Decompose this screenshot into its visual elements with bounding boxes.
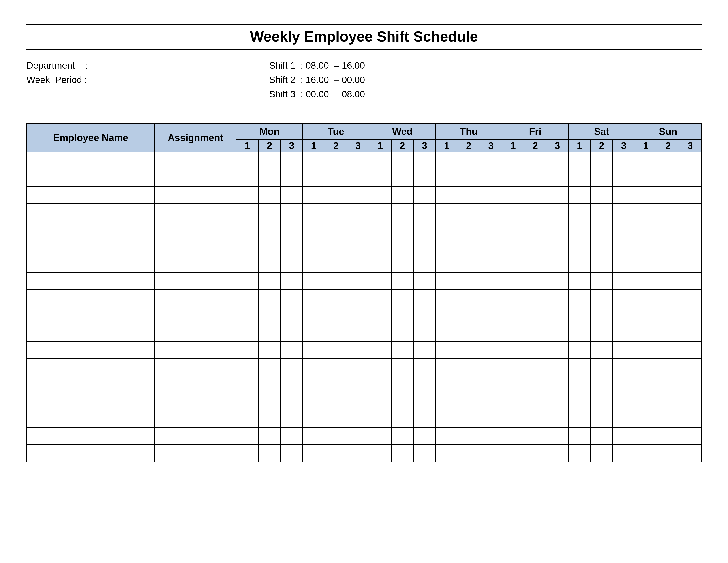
shift-cell[interactable] [546, 221, 568, 238]
shift-cell[interactable] [347, 221, 369, 238]
shift-cell[interactable] [281, 186, 303, 203]
shift-cell[interactable] [679, 186, 702, 203]
shift-cell[interactable] [502, 255, 524, 272]
shift-cell[interactable] [303, 445, 325, 462]
shift-cell[interactable] [435, 376, 458, 393]
shift-cell[interactable] [546, 152, 568, 169]
shift-cell[interactable] [480, 307, 502, 324]
shift-cell[interactable] [303, 203, 325, 221]
shift-cell[interactable] [347, 169, 369, 186]
shift-cell[interactable] [546, 203, 568, 221]
shift-cell[interactable] [303, 186, 325, 203]
shift-cell[interactable] [325, 203, 347, 221]
shift-cell[interactable] [569, 359, 591, 376]
shift-cell[interactable] [480, 238, 502, 255]
shift-cell[interactable] [413, 203, 435, 221]
shift-cell[interactable] [679, 290, 702, 307]
shift-cell[interactable] [258, 376, 280, 393]
shift-cell[interactable] [391, 341, 413, 359]
shift-cell[interactable] [591, 307, 613, 324]
shift-cell[interactable] [591, 152, 613, 169]
shift-cell[interactable] [347, 445, 369, 462]
shift-cell[interactable] [258, 341, 280, 359]
shift-cell[interactable] [613, 307, 635, 324]
shift-cell[interactable] [325, 186, 347, 203]
shift-cell[interactable] [657, 376, 679, 393]
shift-cell[interactable] [502, 169, 524, 186]
shift-cell[interactable] [281, 238, 303, 255]
shift-cell[interactable] [413, 359, 435, 376]
shift-cell[interactable] [524, 324, 546, 341]
shift-cell[interactable] [325, 255, 347, 272]
shift-cell[interactable] [569, 186, 591, 203]
shift-cell[interactable] [347, 255, 369, 272]
shift-cell[interactable] [236, 186, 258, 203]
shift-cell[interactable] [546, 359, 568, 376]
shift-cell[interactable] [679, 445, 702, 462]
shift-cell[interactable] [657, 238, 679, 255]
shift-cell[interactable] [258, 272, 280, 290]
shift-cell[interactable] [369, 186, 391, 203]
shift-cell[interactable] [613, 324, 635, 341]
shift-cell[interactable] [236, 359, 258, 376]
shift-cell[interactable] [391, 445, 413, 462]
assignment-cell[interactable] [155, 272, 236, 290]
shift-cell[interactable] [258, 290, 280, 307]
shift-cell[interactable] [325, 445, 347, 462]
shift-cell[interactable] [325, 307, 347, 324]
shift-cell[interactable] [524, 255, 546, 272]
shift-cell[interactable] [281, 324, 303, 341]
shift-cell[interactable] [524, 290, 546, 307]
shift-cell[interactable] [369, 203, 391, 221]
shift-cell[interactable] [591, 272, 613, 290]
shift-cell[interactable] [458, 359, 480, 376]
shift-cell[interactable] [369, 272, 391, 290]
shift-cell[interactable] [635, 428, 657, 445]
shift-cell[interactable] [303, 255, 325, 272]
shift-cell[interactable] [635, 376, 657, 393]
shift-cell[interactable] [613, 410, 635, 428]
shift-cell[interactable] [281, 341, 303, 359]
shift-cell[interactable] [591, 359, 613, 376]
shift-cell[interactable] [524, 203, 546, 221]
shift-cell[interactable] [546, 272, 568, 290]
shift-cell[interactable] [413, 272, 435, 290]
shift-cell[interactable] [657, 169, 679, 186]
shift-cell[interactable] [591, 376, 613, 393]
shift-cell[interactable] [657, 307, 679, 324]
shift-cell[interactable] [679, 255, 702, 272]
employee-name-cell[interactable] [27, 221, 155, 238]
shift-cell[interactable] [281, 272, 303, 290]
shift-cell[interactable] [369, 410, 391, 428]
shift-cell[interactable] [480, 152, 502, 169]
shift-cell[interactable] [369, 324, 391, 341]
shift-cell[interactable] [413, 428, 435, 445]
shift-cell[interactable] [347, 152, 369, 169]
shift-cell[interactable] [569, 290, 591, 307]
shift-cell[interactable] [347, 324, 369, 341]
employee-name-cell[interactable] [27, 324, 155, 341]
shift-cell[interactable] [480, 359, 502, 376]
shift-cell[interactable] [613, 290, 635, 307]
shift-cell[interactable] [391, 307, 413, 324]
shift-cell[interactable] [635, 169, 657, 186]
shift-cell[interactable] [524, 376, 546, 393]
shift-cell[interactable] [347, 238, 369, 255]
shift-cell[interactable] [546, 393, 568, 410]
employee-name-cell[interactable] [27, 152, 155, 169]
employee-name-cell[interactable] [27, 359, 155, 376]
shift-cell[interactable] [679, 428, 702, 445]
shift-cell[interactable] [391, 186, 413, 203]
shift-cell[interactable] [281, 428, 303, 445]
assignment-cell[interactable] [155, 290, 236, 307]
shift-cell[interactable] [303, 307, 325, 324]
employee-name-cell[interactable] [27, 428, 155, 445]
assignment-cell[interactable] [155, 376, 236, 393]
shift-cell[interactable] [303, 169, 325, 186]
shift-cell[interactable] [635, 307, 657, 324]
shift-cell[interactable] [635, 324, 657, 341]
shift-cell[interactable] [325, 221, 347, 238]
shift-cell[interactable] [281, 255, 303, 272]
assignment-cell[interactable] [155, 324, 236, 341]
shift-cell[interactable] [281, 410, 303, 428]
